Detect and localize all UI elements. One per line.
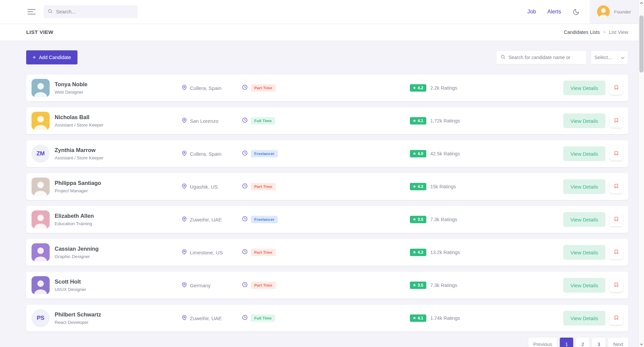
star-icon: ★: [413, 218, 416, 221]
scroll-down-icon[interactable]: [639, 341, 644, 347]
rating-value: 4.1: [418, 316, 423, 320]
bookmark-button[interactable]: [609, 279, 623, 292]
scroll-up-icon[interactable]: [639, 0, 644, 6]
candidate-location: Limestone, US: [190, 250, 223, 255]
candidate-search-input[interactable]: [508, 55, 581, 60]
candidate-name: Scott Holt: [55, 279, 86, 285]
clock-icon: [242, 183, 248, 190]
clock-icon: [242, 117, 248, 124]
nav-link-job[interactable]: Job: [527, 9, 536, 15]
view-details-button[interactable]: View Details: [563, 245, 605, 260]
ratings-count: 42.5k Ratings: [430, 151, 460, 156]
star-icon: ★: [413, 86, 416, 90]
location-pin-icon: [182, 85, 187, 91]
nav-link-alerts[interactable]: Alerts: [547, 9, 561, 15]
candidate-name: Zynthia Marrow: [55, 147, 104, 153]
pagination-page-1[interactable]: 1: [560, 338, 573, 347]
star-icon: ★: [413, 284, 416, 287]
bookmark-icon: [614, 315, 619, 321]
candidate-row: PS Philbert Schwartz React Developer Zuw…: [26, 305, 628, 332]
bookmark-icon: [614, 85, 619, 91]
bookmark-icon: [614, 282, 619, 289]
view-details-button[interactable]: View Details: [563, 278, 605, 293]
bookmark-button[interactable]: [609, 81, 623, 95]
pagination-page-2[interactable]: 2: [576, 338, 589, 347]
star-icon: ★: [413, 316, 416, 320]
breadcrumb-parent-link[interactable]: Candidates Lists: [564, 30, 600, 35]
view-details-button[interactable]: View Details: [563, 81, 605, 95]
global-search[interactable]: [44, 5, 138, 18]
bookmark-button[interactable]: [609, 246, 623, 259]
location-pin-icon: [182, 315, 187, 321]
bookmark-icon: [614, 117, 619, 124]
chevron-down-icon: [621, 54, 625, 60]
bookmark-button[interactable]: [609, 213, 623, 226]
candidate-location: Zuweihir, UAE: [190, 315, 222, 321]
scrollbar-thumb[interactable]: [639, 15, 644, 72]
pagination-previous-button[interactable]: Previous: [528, 338, 557, 347]
candidate-avatar: [32, 276, 50, 294]
rating-badge: ★ 4.2: [410, 84, 426, 92]
rating-badge: ★ 3.5: [410, 282, 426, 289]
candidate-search[interactable]: [496, 50, 587, 64]
candidate-name: Tonya Noble: [55, 81, 88, 88]
breadcrumb: Candidates Lists > List View: [564, 30, 628, 35]
candidate-location: Ugashik, US: [190, 184, 218, 190]
bookmark-button[interactable]: [609, 114, 623, 128]
candidate-location: Zuweihir, UAE: [190, 217, 222, 222]
dark-mode-toggle-moon-icon[interactable]: [573, 8, 580, 15]
location-pin-icon: [182, 183, 187, 190]
candidate-row: Elizabeth Allen Education Training Zuwei…: [26, 206, 628, 233]
ratings-count: 13.2k Ratings: [430, 250, 460, 255]
search-icon: [48, 9, 53, 15]
rating-badge: ★ 4.0: [410, 150, 426, 157]
location-pin-icon: [182, 282, 187, 289]
breadcrumb-current: List View: [609, 30, 628, 35]
view-details-button[interactable]: View Details: [563, 311, 605, 326]
pagination-next-button[interactable]: Next: [608, 338, 628, 347]
rating-badge: ★ 4.1: [410, 117, 426, 125]
candidate-row: Scott Holt UI/UX Designer Germany Part T…: [26, 272, 628, 299]
candidate-role: Assistant / Store Keeper: [55, 155, 104, 160]
clock-icon: [242, 282, 248, 289]
list-toolbar: + Add Candidate Select...: [26, 50, 628, 64]
add-candidate-button[interactable]: + Add Candidate: [26, 50, 77, 64]
candidate-name: Philippa Santiago: [55, 180, 101, 186]
rating-badge: ★ 3.5: [410, 216, 426, 223]
candidate-role: React Developer: [55, 320, 101, 325]
view-details-button[interactable]: View Details: [563, 179, 605, 194]
filter-select[interactable]: Select...: [591, 50, 628, 64]
rating-value: 3.5: [418, 217, 423, 222]
page-title: LIST VIEW: [26, 29, 53, 35]
view-details-button[interactable]: View Details: [563, 113, 605, 128]
bookmark-button[interactable]: [609, 147, 623, 160]
candidate-row: Tonya Noble Web Designer Cullera, Spain …: [26, 75, 628, 101]
pagination-page-3[interactable]: 3: [592, 338, 605, 347]
candidate-location: San Lorenzo: [190, 118, 218, 124]
rating-badge: ★ 4.3: [410, 183, 426, 190]
candidate-name: Cassian Jenning: [55, 246, 99, 252]
pagination: Previous 1 2 3 Next: [26, 338, 628, 347]
rating-value: 3.5: [418, 283, 423, 288]
view-details-button[interactable]: View Details: [563, 146, 605, 161]
clock-icon: [242, 85, 248, 91]
rating-value: 4.1: [418, 118, 423, 123]
view-details-button[interactable]: View Details: [563, 212, 605, 227]
user-avatar: [597, 5, 610, 18]
candidate-avatar: [32, 178, 50, 196]
bookmark-button[interactable]: [609, 311, 623, 325]
bookmark-button[interactable]: [609, 180, 623, 193]
ratings-count: 1.74k Ratings: [430, 315, 460, 321]
bookmark-icon: [614, 150, 619, 157]
employment-type-badge: Part Time: [251, 183, 276, 190]
vertical-scrollbar[interactable]: [638, 0, 644, 347]
rating-value: 4.3: [418, 250, 423, 255]
user-menu[interactable]: Founder: [590, 0, 638, 23]
employment-type-badge: Freelancer: [251, 150, 278, 157]
global-search-input[interactable]: [56, 9, 130, 14]
clock-icon: [242, 216, 248, 223]
candidate-role: UI/UX Designer: [55, 287, 86, 292]
user-role-label: Founder: [614, 9, 631, 14]
plus-icon: +: [33, 54, 36, 61]
hamburger-menu-icon[interactable]: [28, 7, 36, 16]
